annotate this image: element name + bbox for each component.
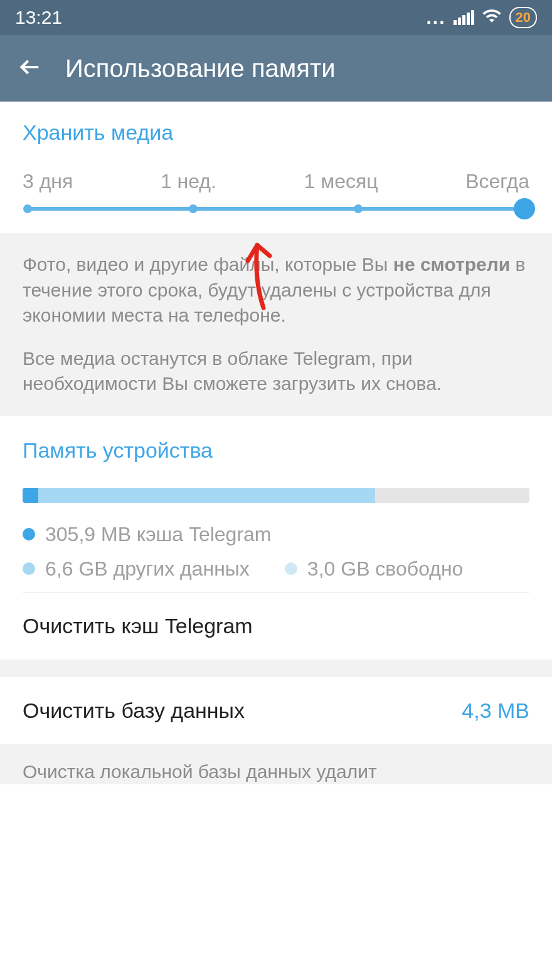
slider-stop-icon xyxy=(23,204,32,213)
status-icons: ... 20 xyxy=(427,6,538,30)
clear-db-value: 4,3 MB xyxy=(462,698,529,723)
clear-db-button[interactable]: Очистить базу данных 4,3 MB xyxy=(0,677,552,744)
clear-db-label: Очистить базу данных xyxy=(23,698,245,723)
usage-segment-other xyxy=(38,488,375,503)
legend-other: 6,6 GB других данных xyxy=(23,557,250,581)
slider-option-1: 1 нед. xyxy=(161,170,216,193)
legend-cache-label: 305,9 MB кэша Telegram xyxy=(45,523,272,546)
slider-thumb[interactable] xyxy=(514,198,535,219)
back-button[interactable] xyxy=(18,55,43,82)
status-bar: 13:21 ... 20 xyxy=(0,0,552,35)
legend-dot-icon xyxy=(23,528,35,540)
keep-media-info: Фото, видео и другие файлы, которые Вы н… xyxy=(0,233,552,416)
section-gap xyxy=(0,660,552,677)
legend-cache: 305,9 MB кэша Telegram xyxy=(23,523,272,546)
legend-row-2: 6,6 GB других данных 3,0 GB свободно xyxy=(23,557,529,581)
keep-media-slider[interactable] xyxy=(28,207,524,211)
keep-media-section: Хранить медиа 3 дня 1 нед. 1 месяц Всегд… xyxy=(0,102,552,233)
battery-icon: 20 xyxy=(509,7,537,28)
clear-cache-button[interactable]: Очистить кэш Telegram xyxy=(0,593,552,660)
clear-cache-label: Очистить кэш Telegram xyxy=(23,614,253,638)
slider-stop-icon xyxy=(189,204,198,213)
signal-icon xyxy=(454,10,474,25)
device-storage-section: Память устройства 305,9 MB кэша Telegram… xyxy=(0,416,552,593)
clear-db-info: Очистка локальной базы данных удалит xyxy=(0,744,552,785)
status-time: 13:21 xyxy=(15,7,62,28)
wifi-icon xyxy=(482,6,502,30)
legend-dot-icon xyxy=(23,562,35,575)
slider-labels: 3 дня 1 нед. 1 месяц Всегда xyxy=(23,170,529,193)
info-paragraph-2: Все медиа останутся в облаке Telegram, п… xyxy=(23,346,529,397)
legend-free-label: 3,0 GB свободно xyxy=(307,557,464,581)
storage-usage-bar xyxy=(23,488,529,503)
legend-free: 3,0 GB свободно xyxy=(285,557,464,581)
legend-dot-icon xyxy=(285,562,297,575)
app-bar: Использование памяти xyxy=(0,35,552,102)
page-title: Использование памяти xyxy=(65,55,336,83)
slider-option-0: 3 дня xyxy=(23,170,73,193)
info-paragraph-1: Фото, видео и другие файлы, которые Вы н… xyxy=(23,252,529,329)
keep-media-title: Хранить медиа xyxy=(23,120,529,145)
legend-row-1: 305,9 MB кэша Telegram xyxy=(23,523,529,546)
clear-db-info-text: Очистка локальной базы данных удалит xyxy=(23,759,529,785)
slider-option-2: 1 месяц xyxy=(304,170,378,193)
slider-stop-icon xyxy=(354,204,363,213)
usage-segment-cache xyxy=(23,488,38,503)
slider-option-3: Всегда xyxy=(465,170,529,193)
device-storage-title: Память устройства xyxy=(23,438,529,463)
legend-other-label: 6,6 GB других данных xyxy=(45,557,250,581)
network-dots-icon: ... xyxy=(427,7,446,28)
